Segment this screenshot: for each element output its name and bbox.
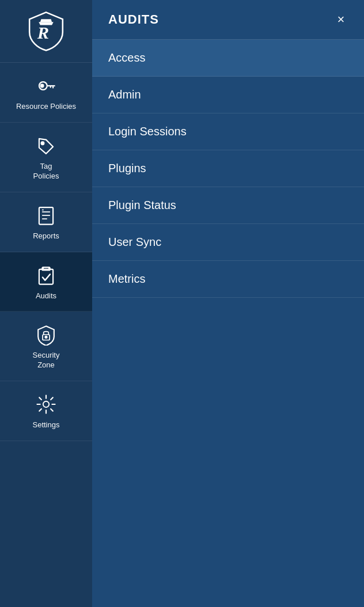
sidebar: R Resource Policies TagPol <box>0 0 92 607</box>
key-icon <box>33 73 59 98</box>
menu-item-plugin-status[interactable]: Plugin Status <box>92 187 364 224</box>
sidebar-item-settings[interactable]: Settings <box>0 381 92 441</box>
sidebar-item-label-tag-policies: TagPolicies <box>33 162 59 181</box>
panel-title: AUDITS <box>108 12 159 27</box>
svg-point-16 <box>43 401 49 407</box>
close-button[interactable]: × <box>332 10 350 29</box>
menu-item-access[interactable]: Access <box>92 40 364 77</box>
sidebar-item-label-audits: Audits <box>36 291 56 301</box>
sidebar-item-label-resource-policies: Resource Policies <box>16 102 76 112</box>
menu-item-metrics[interactable]: Metrics <box>92 261 364 298</box>
logo-area: R <box>0 0 92 63</box>
main-panel: AUDITS × Access Admin Login Sessions Plu… <box>92 0 364 607</box>
sidebar-item-label-security-zone: SecurityZone <box>33 351 60 370</box>
sidebar-item-label-settings: Settings <box>33 420 60 430</box>
app-logo: R <box>25 10 67 52</box>
menu-item-login-sessions[interactable]: Login Sessions <box>92 113 364 150</box>
svg-text:R: R <box>37 23 49 43</box>
menu-item-user-sync[interactable]: User Sync <box>92 224 364 261</box>
menu-item-admin[interactable]: Admin <box>92 77 364 113</box>
tag-icon <box>33 133 59 158</box>
sidebar-item-reports[interactable]: Reports <box>0 192 92 252</box>
sidebar-item-tag-policies[interactable]: TagPolicies <box>0 123 92 192</box>
svg-point-5 <box>41 84 44 87</box>
svg-rect-12 <box>39 269 53 284</box>
sidebar-item-label-reports: Reports <box>33 232 59 241</box>
security-icon <box>33 322 59 347</box>
svg-rect-7 <box>39 207 53 224</box>
sidebar-item-resource-policies[interactable]: Resource Policies <box>0 63 92 123</box>
sidebar-item-security-zone[interactable]: SecurityZone <box>0 312 92 381</box>
menu-list: Access Admin Login Sessions Plugins Plug… <box>92 40 364 298</box>
settings-icon <box>33 392 59 417</box>
svg-point-15 <box>45 336 47 338</box>
svg-point-6 <box>41 142 44 145</box>
reports-icon <box>33 203 59 228</box>
audits-icon <box>33 263 59 288</box>
menu-item-plugins[interactable]: Plugins <box>92 150 364 187</box>
panel-header: AUDITS × <box>92 0 364 40</box>
sidebar-item-audits[interactable]: Audits <box>0 252 92 312</box>
